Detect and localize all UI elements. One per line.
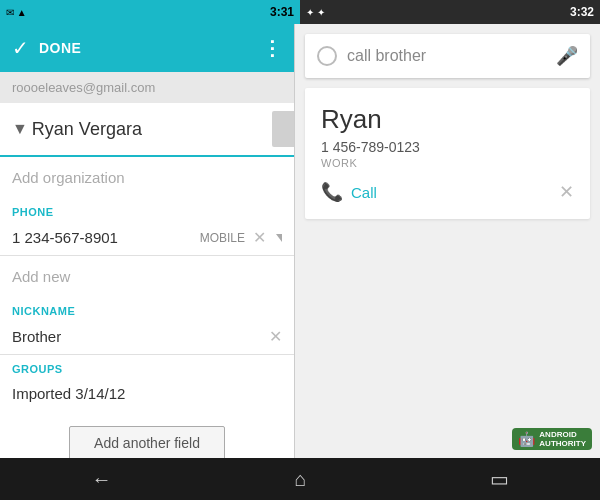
nickname-section-label: NICKNAME — [0, 297, 294, 319]
call-card-name: Ryan — [321, 104, 574, 135]
home-button[interactable]: ⌂ — [294, 468, 306, 491]
phone-clear-icon[interactable]: ✕ — [253, 228, 266, 247]
done-button[interactable]: DONE — [39, 40, 81, 56]
chevron-down-icon: ▼ — [12, 120, 28, 138]
call-button[interactable]: 📞 Call — [321, 181, 377, 203]
add-new-row[interactable]: Add new — [0, 256, 294, 297]
add-field-btn-row: Add another field — [0, 410, 294, 458]
phone-number-value[interactable]: 1 234-567-8901 — [12, 229, 192, 246]
phone-section-label: PHONE — [0, 198, 294, 220]
avatar-placeholder — [272, 111, 294, 147]
contact-editor-panel: ✓ DONE ⋮ roooeleaves@gmail.com ▼ Add org… — [0, 24, 295, 458]
recents-button[interactable]: ▭ — [490, 467, 509, 491]
toolbar-left: ✓ DONE — [12, 36, 81, 60]
android-authority-badge: 🤖 ANDROID AUTHORITY — [512, 428, 592, 450]
name-row: ▼ — [0, 103, 294, 157]
call-card-number: 1 456-789-0123 — [321, 139, 574, 155]
left-notifications: ✉ ▲ — [6, 7, 27, 18]
navigation-bar: ← ⌂ ▭ — [0, 458, 600, 500]
microphone-icon[interactable]: 🎤 — [556, 45, 578, 67]
add-organization-label: Add organization — [12, 169, 125, 186]
nickname-field-row: Brother ✕ — [0, 319, 294, 355]
nickname-value[interactable]: Brother — [12, 328, 269, 345]
call-card: Ryan 1 456-789-0123 WORK 📞 Call ✕ — [305, 88, 590, 219]
groups-section-label: GROUPS — [0, 355, 294, 377]
add-another-field-button[interactable]: Add another field — [69, 426, 225, 458]
search-query-text: call brother — [347, 47, 546, 65]
call-card-type: WORK — [321, 157, 574, 169]
add-new-label: Add new — [12, 268, 70, 285]
right-status-bar: ✦ ✦ 3:32 — [300, 0, 600, 24]
nickname-clear-icon[interactable]: ✕ — [269, 327, 282, 346]
phone-type-label: MOBILE — [200, 231, 245, 245]
groups-value[interactable]: Imported 3/14/12 — [0, 377, 294, 410]
call-label: Call — [351, 184, 377, 201]
search-circle-icon — [317, 46, 337, 66]
right-time: 3:32 — [570, 5, 594, 19]
email-row: roooeleaves@gmail.com — [0, 72, 294, 103]
left-time: 3:31 — [270, 5, 294, 19]
phone-icon: 📞 — [321, 181, 343, 203]
done-checkmark-icon[interactable]: ✓ — [12, 36, 29, 60]
editor-toolbar: ✓ DONE ⋮ — [0, 24, 294, 72]
left-status-bar: ✉ ▲ 3:31 — [0, 0, 300, 24]
phone-field-row: 1 234-567-8901 MOBILE ✕ — [0, 220, 294, 256]
voice-search-bar[interactable]: call brother 🎤 — [305, 34, 590, 78]
right-spacer — [295, 219, 600, 420]
resize-handle-icon — [276, 234, 282, 242]
right-notifications: ✦ ✦ — [306, 7, 325, 18]
email-value: roooeleaves@gmail.com — [12, 80, 155, 95]
call-card-close-icon[interactable]: ✕ — [559, 181, 574, 203]
more-options-icon[interactable]: ⋮ — [262, 36, 282, 60]
call-action-row: 📞 Call ✕ — [321, 181, 574, 203]
back-button[interactable]: ← — [91, 468, 111, 491]
contact-form: roooeleaves@gmail.com ▼ Add organization… — [0, 72, 294, 458]
voice-search-panel: call brother 🎤 Ryan 1 456-789-0123 WORK … — [295, 24, 600, 458]
add-organization-row[interactable]: Add organization — [0, 157, 294, 198]
name-input[interactable] — [32, 119, 264, 140]
